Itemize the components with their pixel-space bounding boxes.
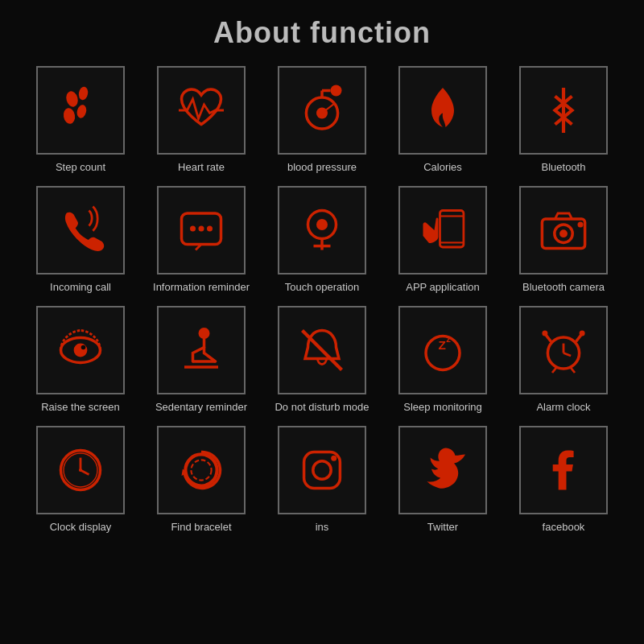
svg-text:z: z <box>446 333 451 343</box>
icon-box-bluetooth <box>519 66 608 155</box>
icon-box-alarm-clock <box>519 306 608 394</box>
icon-box-information-reminder <box>157 186 246 275</box>
icon-box-calories <box>398 66 487 155</box>
svg-point-12 <box>190 225 196 231</box>
icon-box-step-count <box>36 66 125 155</box>
icon-box-sedentary-reminder <box>157 306 246 394</box>
label-bluetooth: Bluetooth <box>542 161 586 175</box>
item-bluetooth: Bluetooth <box>507 66 620 175</box>
label-twitter: Twitter <box>427 521 458 535</box>
function-grid: Step count Heart rate <box>24 66 620 535</box>
item-sleep-monitoring: Z z Sleep monitoring <box>386 306 499 415</box>
icon-box-sleep-monitoring: Z z <box>398 306 487 394</box>
icon-box-touch-operation <box>278 186 366 275</box>
svg-point-14 <box>207 225 213 231</box>
step-count-icon <box>52 82 109 138</box>
icon-box-bluetooth-camera <box>519 186 608 275</box>
blood-pressure-icon <box>294 82 350 138</box>
item-app-application: APP application <box>386 186 499 295</box>
label-ins: ins <box>316 521 329 535</box>
svg-line-38 <box>564 353 571 356</box>
icon-box-incoming-call <box>36 186 125 275</box>
label-touch-operation: Touch operation <box>285 281 360 295</box>
icon-box-do-not-disturb <box>278 306 366 394</box>
clock-display-icon <box>52 442 109 498</box>
item-raise-screen: Raise the screen <box>24 306 137 415</box>
app-application-icon <box>415 202 471 258</box>
touch-operation-icon <box>294 202 350 258</box>
svg-point-50 <box>185 454 217 485</box>
svg-point-28 <box>81 345 86 349</box>
label-bluetooth-camera: Bluetooth camera <box>522 281 605 295</box>
svg-point-3 <box>76 104 88 119</box>
item-bluetooth-camera: Bluetooth camera <box>507 186 620 295</box>
label-do-not-disturb: Do not disturb mode <box>275 401 369 415</box>
svg-point-24 <box>559 229 568 237</box>
svg-point-13 <box>199 225 204 231</box>
icon-box-app-application <box>398 186 487 275</box>
svg-line-43 <box>552 367 557 373</box>
icon-box-ins <box>278 426 366 514</box>
sleep-monitoring-icon: Z z <box>415 322 471 378</box>
icon-box-twitter <box>398 426 487 514</box>
information-reminder-icon <box>173 202 229 258</box>
label-raise-screen: Raise the screen <box>41 401 120 415</box>
svg-text:Z: Z <box>438 337 445 351</box>
bluetooth-icon <box>535 82 592 138</box>
item-twitter: Twitter <box>386 426 499 535</box>
item-do-not-disturb: Do not disturb mode <box>266 306 378 415</box>
label-heart-rate: Heart rate <box>178 161 225 175</box>
do-not-disturb-icon <box>294 322 350 378</box>
alarm-clock-icon <box>535 322 592 378</box>
item-find-bracelet: Find bracelet <box>145 426 258 535</box>
svg-line-44 <box>570 367 575 373</box>
icon-box-heart-rate <box>157 66 246 155</box>
label-blood-pressure: blood pressure <box>287 161 357 175</box>
label-alarm-clock: Alarm clock <box>536 401 590 415</box>
label-app-application: APP application <box>406 281 480 295</box>
label-information-reminder: Information reminder <box>153 281 250 295</box>
label-step-count: Step count <box>56 161 105 175</box>
icon-box-facebook <box>519 426 608 514</box>
svg-point-25 <box>578 221 584 227</box>
label-incoming-call: Incoming call <box>50 281 111 295</box>
twitter-icon <box>415 442 471 498</box>
find-bracelet-icon <box>173 442 229 498</box>
svg-point-55 <box>331 455 336 460</box>
item-clock-display: Clock display <box>24 426 137 535</box>
svg-point-0 <box>64 90 80 109</box>
svg-point-49 <box>79 469 82 472</box>
svg-point-16 <box>316 219 328 230</box>
svg-point-40 <box>542 330 547 336</box>
item-blood-pressure: blood pressure <box>266 66 378 175</box>
item-heart-rate: Heart rate <box>145 66 258 175</box>
item-calories: Calories <box>386 66 499 175</box>
heart-rate-icon <box>173 82 229 138</box>
item-step-count: Step count <box>24 66 137 175</box>
label-calories: Calories <box>423 161 462 175</box>
sedentary-reminder-icon <box>173 322 229 378</box>
label-sedentary-reminder: Sedentary reminder <box>155 401 247 415</box>
svg-point-42 <box>580 330 585 336</box>
label-sleep-monitoring: Sleep monitoring <box>403 401 482 415</box>
page: About function Step count <box>0 0 644 644</box>
facebook-icon <box>535 442 592 498</box>
icon-box-blood-pressure <box>278 66 366 155</box>
icon-box-raise-screen <box>36 306 125 394</box>
raise-screen-icon <box>52 322 109 378</box>
incoming-call-icon <box>52 202 109 258</box>
item-alarm-clock: Alarm clock <box>507 306 620 415</box>
item-sedentary-reminder: Sedentary reminder <box>145 306 258 415</box>
svg-point-54 <box>313 460 331 478</box>
svg-point-8 <box>331 85 342 97</box>
icon-box-clock-display <box>36 426 125 514</box>
item-facebook: facebook <box>507 426 620 535</box>
bluetooth-camera-icon <box>535 202 592 258</box>
item-ins: ins <box>266 426 378 535</box>
svg-point-2 <box>62 107 76 125</box>
svg-point-51 <box>191 460 211 480</box>
ins-icon <box>294 442 350 498</box>
page-title: About function <box>213 16 431 50</box>
item-touch-operation: Touch operation <box>266 186 378 295</box>
label-facebook: facebook <box>543 521 585 535</box>
